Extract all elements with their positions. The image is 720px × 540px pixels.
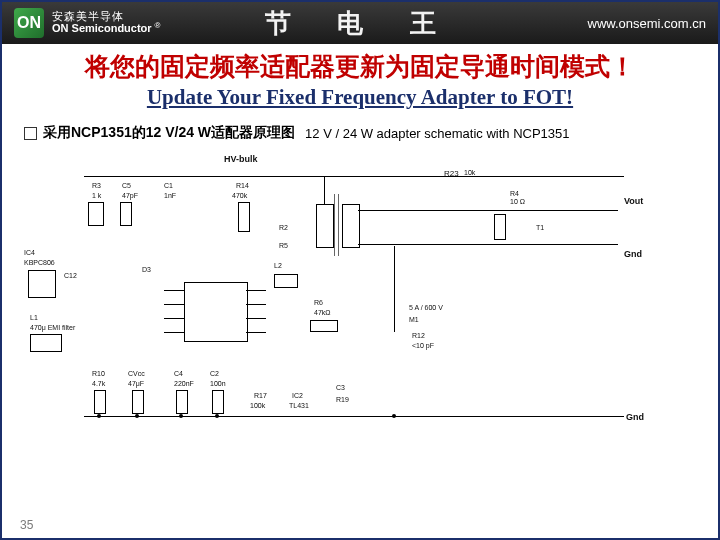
wire-gnd-rail [84, 416, 624, 417]
schematic-diagram: HV-bulk R3 1 k C5 47pF C1 1nF R14 470k R… [24, 154, 696, 444]
bullet-row: 采用NCP1351的12 V/24 W适配器原理图 12 V / 24 W ad… [24, 124, 718, 142]
label-r4: R4 [510, 190, 519, 197]
label-r23-val: 10k [464, 169, 475, 176]
topbar-center-title: 节 电 王 [265, 6, 456, 41]
wire-ic-pin7 [246, 318, 266, 319]
label-r3-val: 1 k [92, 192, 101, 199]
label-r3: R3 [92, 182, 101, 189]
brand-cn: 安森美半导体 [52, 11, 160, 22]
wire-ic-pin5 [246, 290, 266, 291]
slide-frame: ON 安森美半导体 ON Semiconductor ® 节 电 王 www.o… [0, 0, 720, 540]
label-gnd-sec: Gnd [624, 249, 642, 259]
label-hvbulk: HV-bulk [224, 154, 258, 164]
label-l1: L1 [30, 314, 38, 321]
registered-icon: ® [154, 21, 160, 30]
node-dot-5 [392, 414, 396, 418]
label-gnd-bottom: Gnd [626, 412, 644, 422]
component-l1 [30, 334, 62, 352]
wire-ic-pin2 [164, 304, 184, 305]
label-vout: Vout [624, 196, 643, 206]
label-r12-val: <10 pF [412, 342, 434, 349]
label-r6-val: 47kΩ [314, 309, 331, 316]
label-m1: M1 [409, 316, 419, 323]
label-r12: R12 [412, 332, 425, 339]
bullet-text-cn: 采用NCP1351的12 V/24 W适配器原理图 [43, 124, 295, 142]
component-cvcc [132, 390, 144, 414]
label-t1: T1 [536, 224, 544, 231]
brand-text: 安森美半导体 ON Semiconductor ® [52, 11, 160, 34]
label-r14-val: 470k [232, 192, 247, 199]
component-r14 [238, 202, 250, 232]
label-cvcc: CVcc [128, 370, 145, 377]
component-ic4 [28, 270, 56, 298]
brand-block: ON 安森美半导体 ON Semiconductor ® [14, 8, 160, 38]
label-c2: C2 [210, 370, 219, 377]
label-c1-val: 1nF [164, 192, 176, 199]
wire-drain [394, 246, 395, 332]
label-c4-val: 220nF [174, 380, 194, 387]
label-c4: C4 [174, 370, 183, 377]
component-r10 [94, 390, 106, 414]
label-r4-val: 10 Ω [510, 198, 525, 205]
label-r2: R2 [279, 224, 288, 231]
wire-ic-pin8 [246, 332, 266, 333]
component-c4 [176, 390, 188, 414]
label-r19: R19 [336, 396, 349, 403]
label-r23: R23 [444, 169, 459, 178]
label-r17: R17 [254, 392, 267, 399]
label-r6: R6 [314, 299, 323, 306]
wire-ic-pin1 [164, 290, 184, 291]
wire-ic-pin3 [164, 318, 184, 319]
component-r3 [88, 202, 104, 226]
label-d3: D3 [142, 266, 151, 273]
label-c5: C5 [122, 182, 131, 189]
component-c2 [212, 390, 224, 414]
t1-core2 [338, 194, 339, 256]
label-ic4: IC4 [24, 249, 35, 256]
top-bar: ON 安森美半导体 ON Semiconductor ® 节 电 王 www.o… [2, 2, 718, 44]
label-ic2: IC2 [292, 392, 303, 399]
label-m1-part: 5 A / 600 V [409, 304, 443, 311]
node-dot-3 [179, 414, 183, 418]
label-c1: C1 [164, 182, 173, 189]
wire-ic-pin6 [246, 304, 266, 305]
slide-title-cn: 将您的固定频率适配器更新为固定导通时间模式！ [2, 50, 718, 83]
bullet-text-en: 12 V / 24 W adapter schematic with NCP13… [305, 126, 569, 141]
bullet-square-icon [24, 127, 37, 140]
component-main-ic [184, 282, 248, 342]
label-ic4-part: KBPC806 [24, 259, 55, 266]
slide-title-en: Update Your Fixed Frequency Adapter to F… [2, 85, 718, 110]
brand-en: ON Semiconductor [52, 23, 152, 35]
topbar-url: www.onsemi.com.cn [588, 16, 706, 31]
t1-core1 [334, 194, 335, 256]
label-c2-val: 100n [210, 380, 226, 387]
label-c12: C12 [64, 272, 77, 279]
page-number: 35 [20, 518, 33, 532]
on-logo-icon: ON [14, 8, 44, 38]
label-c5-val: 47pF [122, 192, 138, 199]
node-dot-2 [135, 414, 139, 418]
node-dot-1 [97, 414, 101, 418]
label-r14: R14 [236, 182, 249, 189]
label-r17-val: 100k [250, 402, 265, 409]
label-cvcc-val: 47μF [128, 380, 144, 387]
label-ic2-part: TL431 [289, 402, 309, 409]
label-l2: L2 [274, 262, 282, 269]
label-r10: R10 [92, 370, 105, 377]
component-c5 [120, 202, 132, 226]
component-t1-primary [316, 204, 334, 248]
label-c3: C3 [336, 384, 345, 391]
component-out-cap [494, 214, 506, 240]
wire-top-rail [84, 176, 624, 177]
label-l1-val: 470μ EMI filter [30, 324, 75, 331]
component-r6 [310, 320, 338, 332]
label-r10-val: 4.7k [92, 380, 105, 387]
wire-sec-bot [358, 244, 618, 245]
wire-sec-top [358, 210, 618, 211]
label-r5: R5 [279, 242, 288, 249]
node-dot-4 [215, 414, 219, 418]
component-l2 [274, 274, 298, 288]
wire-ic-pin4 [164, 332, 184, 333]
